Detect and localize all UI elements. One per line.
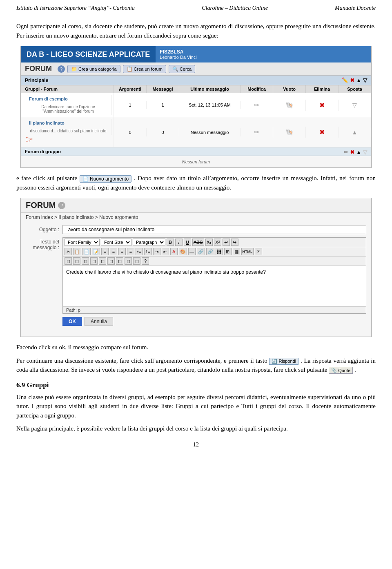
subscript-button[interactable]: X₂ — [205, 239, 213, 246]
oggetto-input[interactable] — [62, 225, 366, 234]
col-messaggi: Messaggi — [147, 85, 179, 93]
extra-btn-3[interactable]: ◻ — [82, 257, 89, 265]
group-down-icon: ▽ — [363, 149, 367, 155]
extra-btn-8[interactable]: ◻ — [125, 257, 132, 265]
rispondi-button[interactable]: 🔄 Rispondi — [269, 358, 298, 365]
rispondi-icon: 🔄 — [272, 359, 277, 364]
page-content: Ogni partecipante al corso, sia docente … — [0, 14, 392, 460]
paragraph-3: Facendo click su ok, il messaggio compar… — [16, 343, 376, 352]
font-family-select[interactable]: Font Family — [65, 239, 100, 246]
forum-section-principale: Principale ✏️ ✖ ▲ ▽ — [21, 76, 371, 85]
forum-messaggi-2: 0 — [147, 128, 179, 136]
superscript-button[interactable]: X² — [214, 239, 221, 246]
forum-name-1[interactable]: Forum di esempio Da eliminare tramite l'… — [21, 93, 114, 117]
extra-btn-2[interactable]: ◻ — [73, 257, 80, 265]
oggetto-field — [62, 225, 366, 234]
extra-btn-5[interactable]: ◻ — [99, 257, 106, 265]
forum-sposta-1[interactable]: ▽ — [339, 100, 371, 110]
extra-btn-9[interactable]: ◻ — [133, 257, 140, 265]
forum-group-row: Forum di gruppo ✏ ✖ ▲ ▽ — [21, 147, 371, 156]
cerca-button[interactable]: 🔍 Cerca — [169, 65, 195, 73]
col-ultimo: Ultimo messaggio — [179, 85, 241, 93]
extra-btn-4[interactable]: ◻ — [90, 257, 98, 265]
forum-argomenti-1: 1 — [114, 101, 147, 109]
paste-text-button[interactable]: 📝 — [92, 248, 100, 255]
forum-modifica-2[interactable]: ✏ — [241, 127, 273, 138]
editor-content[interactable]: Credete che il lavoro che vi ho chiesto … — [63, 266, 366, 306]
outdent-button[interactable]: ⇤ — [162, 248, 169, 255]
indent-button[interactable]: ⇥ — [153, 248, 160, 255]
testo-row: Testo del messaggio : Font Family Font S… — [26, 237, 366, 330]
testo-field: Font Family Font Size Paragraph B I U — [62, 237, 366, 330]
redo-button[interactable]: ↪ — [231, 239, 238, 246]
extra-btn-10[interactable]: ? — [142, 257, 149, 265]
col-elimina: Elimina — [306, 85, 339, 93]
ss2-help-button[interactable]: ? — [58, 202, 65, 209]
group-edit-icon: ✏ — [344, 149, 348, 155]
up-icon: ▲ — [356, 77, 361, 83]
align-left-button[interactable]: ≡ — [101, 248, 109, 255]
nuovo-argomento-button[interactable]: 📄 Nuovo argomento — [80, 175, 131, 183]
align-center-button[interactable]: ≡ — [110, 248, 117, 255]
crea-forum-button[interactable]: 📋 Crea un forum — [123, 65, 166, 73]
forum-name-2[interactable]: Il piano inclinato discutiamo d... didat… — [21, 117, 114, 147]
forum-elimina-2[interactable]: ✖ — [306, 127, 339, 138]
italic-button[interactable]: I — [175, 239, 183, 246]
quote-button[interactable]: 📎 Quote — [329, 367, 353, 374]
forum-messaggi-1: 1 — [147, 101, 179, 109]
forum-row-2: Il piano inclinato discutiamo d... didat… — [21, 117, 371, 147]
section-69-title: 6.9 Gruppi — [16, 381, 376, 389]
copy-button[interactable]: 📋 — [73, 248, 81, 255]
unlink-button[interactable]: 🔗 — [206, 248, 214, 255]
page-header: Istituto di Istruzione Superiore “Angioj… — [0, 0, 392, 14]
forum-col-headers: Gruppi - Forum Argomenti Messaggi Ultimo… — [21, 85, 371, 93]
underline-button[interactable]: U — [184, 239, 191, 246]
forum-sposta-2[interactable]: ▲ — [339, 127, 371, 137]
sigma-button[interactable]: Σ — [255, 248, 262, 255]
search-icon: 🔍 — [172, 66, 178, 72]
strikethrough-button[interactable]: ABC — [192, 239, 204, 246]
forum-vuoto-1[interactable]: 🐚 — [273, 100, 306, 111]
header-right: Manuale Docente — [335, 5, 376, 11]
ul-button[interactable]: •≡ — [136, 248, 143, 255]
delete-icon: ✖ — [350, 77, 354, 83]
help-button[interactable]: ? — [58, 65, 65, 73]
school-sub: FIS2BLSA Leonardo Da Vinci — [156, 46, 200, 62]
undo-button[interactable]: ↩ — [223, 239, 230, 246]
forum-toolbar: FORUM ? 📁 Crea una categoria 📋 Crea un f… — [21, 62, 371, 76]
font-color-button[interactable]: A — [170, 248, 178, 255]
screenshot-new-argument: FORUM ? Forum index > Il piano inclinato… — [20, 198, 372, 337]
more-button[interactable]: ▦ — [233, 248, 240, 255]
align-right-button[interactable]: ≡ — [118, 248, 126, 255]
ol-button[interactable]: 1≡ — [144, 248, 152, 255]
link-button[interactable]: 🔗 — [197, 248, 205, 255]
font-size-select[interactable]: Font Size — [101, 239, 131, 246]
forum-modifica-1[interactable]: ✏ — [241, 100, 273, 111]
quote-icon: 📎 — [331, 368, 337, 373]
paragraph-select[interactable]: Paragraph — [133, 239, 165, 246]
extra-btn-1[interactable]: ◻ — [65, 257, 72, 265]
bold-button[interactable]: B — [167, 239, 174, 246]
scissors-button[interactable]: ✂ — [65, 248, 72, 255]
html-button[interactable]: HTML — [241, 248, 254, 255]
forum-vuoto-2[interactable]: 🐚 — [273, 127, 306, 138]
crea-categoria-button[interactable]: 📁 Crea una categoria — [67, 65, 120, 73]
forum-logo: FORUM — [26, 201, 56, 210]
table-button[interactable]: ⊞ — [224, 248, 232, 255]
down-icon: ▽ — [363, 77, 367, 83]
group-up-icon: ▲ — [356, 149, 361, 155]
hand-cursor-icon: ☞ — [24, 134, 34, 146]
col-forum: Gruppi - Forum — [21, 85, 114, 93]
annulla-button[interactable]: Annulla — [85, 317, 113, 326]
editor-toolbar-row3: ◻ ◻ ◻ ◻ ◻ ◻ ◻ ◻ ◻ ? — [63, 257, 366, 266]
extra-btn-6[interactable]: ◻ — [107, 257, 115, 265]
align-justify-button[interactable]: ≡ — [127, 248, 134, 255]
image-button[interactable]: 🖼 — [216, 248, 223, 255]
forum-elimina-1[interactable]: ✖ — [306, 100, 339, 111]
ok-button[interactable]: OK — [62, 317, 82, 326]
bg-color-button[interactable]: 🎨 — [179, 248, 187, 255]
extra-btn-7[interactable]: ◻ — [116, 257, 123, 265]
paste-button[interactable]: 📄 — [82, 248, 91, 255]
hr-button[interactable]: — — [188, 248, 196, 255]
forum-ultimo-2: Nessun messaggio — [179, 128, 241, 136]
